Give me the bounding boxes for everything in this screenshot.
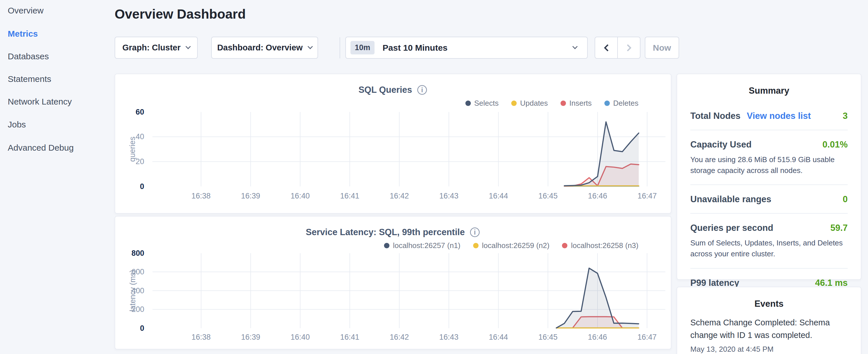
time-range-badge: 10m	[350, 41, 375, 55]
event-timestamp: May 13, 2020 at 4:45 PM	[690, 345, 848, 354]
time-pager	[595, 37, 641, 59]
summary-row-capacity-used: Capacity Used 0.01% You are using 28.6 M…	[690, 130, 848, 185]
svg-text:0: 0	[140, 324, 145, 332]
svg-text:800: 800	[131, 249, 145, 257]
svg-text:16:40: 16:40	[290, 333, 310, 342]
event-item[interactable]: Schema Change Completed: Schema change w…	[677, 309, 861, 354]
summary-row-value: 3	[843, 111, 848, 121]
summary-row-queries-per-second: Queries per second 59.7 Sum of Selects, …	[690, 214, 848, 268]
svg-text:16:45: 16:45	[538, 333, 558, 342]
svg-text:16:47: 16:47	[637, 333, 656, 342]
svg-text:60: 60	[135, 108, 144, 116]
graph-scope-dropdown-label: Graph: Cluster	[122, 43, 181, 53]
summary-row-value: 0.01%	[823, 139, 848, 150]
page: Overview Metrics Databases Statements Ne…	[0, 0, 868, 354]
svg-text:16:44: 16:44	[489, 192, 508, 200]
summary-panel: Summary Total Nodes View nodes list 3 Ca…	[677, 74, 861, 280]
svg-text:16:46: 16:46	[588, 333, 607, 342]
svg-text:40: 40	[135, 132, 144, 141]
view-nodes-list-link[interactable]: View nodes list	[747, 111, 811, 121]
svg-text:0: 0	[140, 182, 144, 191]
sidebar: Overview Metrics Databases Statements Ne…	[0, 0, 115, 354]
service-latency-chart-card: Service Latency: SQL, 99th percentile i …	[115, 216, 672, 349]
svg-text:16:41: 16:41	[340, 333, 359, 342]
svg-text:16:39: 16:39	[241, 192, 260, 200]
svg-text:16:41: 16:41	[340, 192, 359, 200]
chevron-down-icon	[185, 44, 191, 49]
svg-text:16:45: 16:45	[538, 192, 558, 200]
svg-text:16:47: 16:47	[638, 192, 657, 200]
sidebar-item-advanced-debug[interactable]: Advanced Debug	[8, 143, 74, 152]
sidebar-item-jobs[interactable]: Jobs	[8, 120, 26, 129]
summary-row-label: Capacity Used	[690, 139, 752, 150]
summary-row-total-nodes: Total Nodes View nodes list 3	[690, 102, 848, 130]
chevron-right-icon	[624, 44, 631, 51]
now-button-label: Now	[653, 43, 671, 53]
summary-row-unavailable-ranges: Unavailable ranges 0	[690, 185, 848, 214]
events-title: Events	[677, 287, 861, 309]
graph-scope-dropdown[interactable]: Graph: Cluster	[115, 37, 198, 59]
time-back-button[interactable]	[595, 37, 617, 58]
time-range-label: Past 10 Minutes	[382, 43, 447, 53]
chevron-left-icon	[604, 44, 611, 51]
svg-text:20: 20	[135, 157, 144, 166]
svg-text:16:42: 16:42	[390, 192, 409, 200]
svg-text:16:46: 16:46	[588, 192, 607, 200]
event-text: Schema Change Completed: Schema change w…	[690, 317, 848, 342]
summary-row-caption: Sum of Selects, Updates, Inserts, and De…	[690, 238, 848, 259]
dashboard-dropdown[interactable]: Dashboard: Overview	[211, 37, 318, 59]
svg-text:16:38: 16:38	[191, 192, 211, 200]
sidebar-item-overview[interactable]: Overview	[8, 6, 43, 15]
events-panel: Events Schema Change Completed: Schema c…	[677, 287, 861, 354]
summary-row-caption: You are using 28.6 MiB of 515.9 GiB usab…	[690, 154, 848, 176]
svg-text:16:40: 16:40	[290, 192, 310, 200]
svg-text:queries: queries	[128, 137, 137, 162]
chevron-down-icon	[308, 44, 313, 49]
summary-row-value: 0	[843, 194, 848, 204]
svg-text:16:43: 16:43	[439, 333, 459, 342]
summary-body: Total Nodes View nodes list 3 Capacity U…	[677, 96, 861, 297]
svg-text:16:42: 16:42	[390, 333, 409, 342]
sidebar-item-metrics[interactable]: Metrics	[8, 29, 38, 38]
sidebar-item-databases[interactable]: Databases	[8, 52, 49, 61]
sidebar-item-statements[interactable]: Statements	[8, 74, 51, 84]
page-title: Overview Dashboard	[115, 6, 246, 22]
svg-text:latency (ms): latency (ms)	[128, 270, 137, 312]
summary-title: Summary	[677, 74, 861, 96]
svg-text:16:38: 16:38	[191, 333, 211, 342]
svg-text:16:39: 16:39	[241, 333, 260, 342]
now-button[interactable]: Now	[645, 37, 679, 59]
toolbar-divider	[340, 37, 340, 58]
time-range-selector[interactable]: 10m Past 10 Minutes	[345, 37, 588, 59]
sidebar-item-network-latency[interactable]: Network Latency	[8, 97, 72, 106]
sql-queries-chart[interactable]: 16:3816:3916:4016:4116:4216:4316:4416:45…	[115, 74, 671, 213]
svg-text:16:44: 16:44	[489, 333, 508, 342]
summary-row-value: 59.7	[831, 223, 848, 233]
dashboard-dropdown-label: Dashboard: Overview	[217, 43, 303, 53]
service-latency-chart[interactable]: 16:3816:3916:4016:4116:4216:4316:4416:45…	[115, 217, 671, 349]
svg-text:16:43: 16:43	[439, 192, 459, 200]
summary-row-label: Total Nodes	[690, 111, 741, 121]
time-forward-button[interactable]	[617, 37, 640, 58]
summary-row-label: Unavailable ranges	[690, 194, 771, 204]
sql-queries-chart-card: SQL Queries i SelectsUpdatesInsertsDelet…	[115, 74, 672, 214]
summary-row-label: Queries per second	[690, 223, 773, 233]
chevron-down-icon	[572, 44, 578, 49]
